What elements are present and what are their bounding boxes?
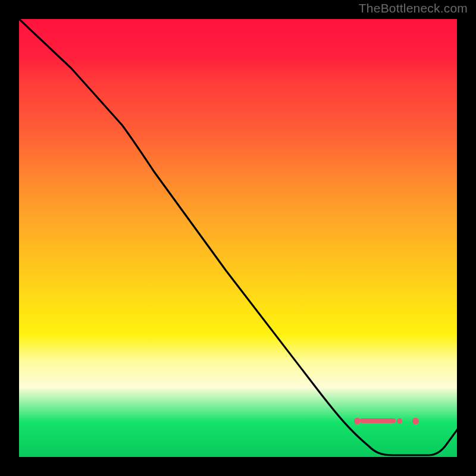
chart-plot-area (18, 18, 458, 458)
marker-dot-end (412, 418, 419, 424)
marker-bar (360, 418, 396, 423)
watermark-text: TheBottleneck.com (359, 1, 468, 15)
marker-dot-mid (397, 418, 402, 424)
optimal-range-marker (354, 416, 422, 425)
